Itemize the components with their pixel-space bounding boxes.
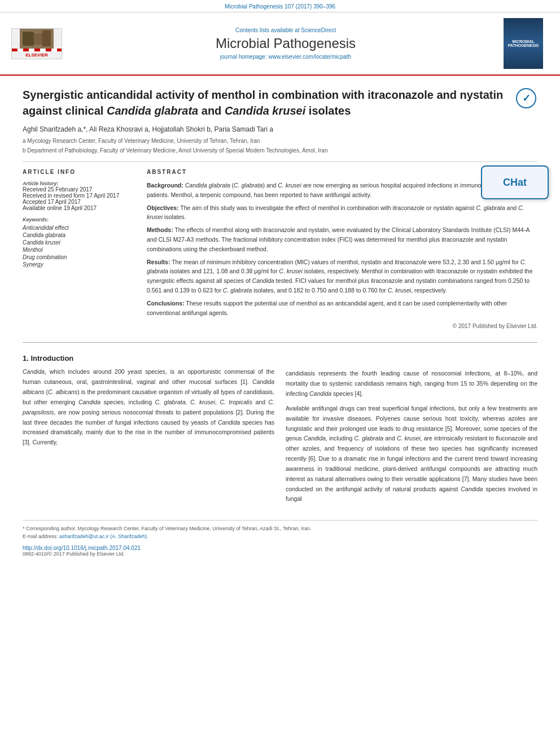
cover-title: MICROBIAL PATHOGENESIS [508,40,539,47]
journal-cover-image: MICROBIAL PATHOGENESIS [504,18,543,69]
keyword-1: Anticandidal effect [23,225,135,231]
revised-date: Received in revised form 17 April 2017 [23,193,135,199]
footnote-email: E-mail address: asharifzadeh@ut.ac.ir (A… [23,533,537,541]
keyword-4: Menthol [23,247,135,253]
intro-heading: 1. Introduction [23,354,274,362]
keywords-section: Keywords: Anticandidal effect Candida gl… [23,217,135,268]
abstract-text: Background: Candida glabrata (C. glabrat… [147,181,537,331]
issn-text: 0882-4010/© 2017 Published by Elsevier L… [23,551,537,557]
chat-label: CHat [503,177,527,189]
article-title: Synergistic anticandidal activity of men… [23,87,509,119]
sciencedirect-label[interactable]: Contents lists available at ScienceDirec… [68,27,504,33]
journal-homepage[interactable]: journal homepage: www.elsevier.com/locat… [68,54,504,60]
journal-cover: MICROBIAL PATHOGENESIS [504,18,549,69]
doi-section: http://dx.doi.org/10.1016/j.micpath.2017… [23,545,537,557]
keyword-5: Drug combination [23,254,135,260]
intro-left-text: Candida, which includes around 200 yeast… [23,367,274,448]
chat-overlay[interactable]: CHat [481,165,549,199]
keywords-label: Keywords: [23,217,135,222]
received-date: Received 25 February 2017 [23,186,135,193]
elsevier-logo: ELSEVIER [11,28,68,59]
keyword-6: Synergy [23,261,135,268]
intro-right-para-1: candidiasis represents the fourth leadin… [286,369,537,399]
intro-right-text: candidiasis represents the fourth leadin… [286,369,537,504]
intro-left: 1. Introduction Candida, which includes … [23,354,274,509]
abstract-results: Results: The mean of minimum inhibitory … [147,257,537,295]
keyword-3: Candida krusei [23,239,135,246]
affiliations: a Mycology Research Center, Faculty of V… [23,137,537,155]
two-column-section: ARTICLE INFO Article history: Received 2… [23,161,537,331]
abstract-conclusions: Conclusions: These results support the p… [147,299,537,318]
available-date: Available online 19 April 2017 [23,205,135,211]
affiliation-2: b Department of Pathobiology, Faculty of… [23,146,537,155]
elsevier-label: ELSEVIER [24,51,49,59]
abstract-section: ABSTRACT Background: Candida glabrata (C… [147,169,537,331]
history-label: Article history: [23,181,135,186]
doi-link[interactable]: http://dx.doi.org/10.1016/j.micpath.2017… [23,545,537,551]
footnote-section: * Corresponding author. Mycology Researc… [23,520,537,540]
introduction-section: 1. Introduction Candida, which includes … [23,354,537,509]
affiliation-1: a Mycology Research Center, Faculty of V… [23,137,537,145]
abstract-objectives: Objectives: The aim of this study was to… [147,203,537,222]
article-history: Article history: Received 25 February 20… [23,181,135,211]
journal-title: Microbial Pathogenesis [68,36,504,51]
email-label: E-mail address: [23,534,58,539]
intro-right-para-2: Available antifungal drugs can treat sup… [286,404,537,504]
article-info-heading: ARTICLE INFO [23,169,135,175]
copyright: © 2017 Published by Elsevier Ltd. [147,322,537,331]
email-value[interactable]: asharifzadeh@ut.ac.ir (A. Sharifzadeh). [59,534,148,539]
intro-right: candidiasis represents the fourth leadin… [286,354,537,509]
journal-header: ELSEVIER Contents lists available at Sci… [0,12,560,76]
journal-citation: Microbial Pathogenesis 107 (2017) 390–39… [0,0,560,12]
abstract-heading: ABSTRACT [147,169,537,175]
abstract-background: Background: Candida glabrata (C. glabrat… [147,181,537,200]
citation-text: Microbial Pathogenesis 107 (2017) 390–39… [225,3,335,10]
section-divider [23,342,537,343]
author-list: Aghil Sharifzadeh a,*, Ali Reza Khosravi… [23,125,273,133]
crossmark[interactable] [515,87,537,110]
article-main: Synergistic anticandidal activity of men… [0,76,560,568]
article-title-section: Synergistic anticandidal activity of men… [23,87,537,119]
journal-center: Contents lists available at ScienceDirec… [68,27,504,60]
accepted-date: Accepted 17 April 2017 [23,199,135,205]
article-info: ARTICLE INFO Article history: Received 2… [23,169,135,331]
footnote-corresponding: * Corresponding author. Mycology Researc… [23,525,537,533]
crossmark-icon[interactable] [516,88,536,108]
abstract-methods: Methods: The effects of menthol along wi… [147,225,537,254]
elsevier-image: ELSEVIER [11,28,62,59]
keyword-2: Candida glabrata [23,232,135,238]
authors: Aghil Sharifzadeh a,*, Ali Reza Khosravi… [23,125,537,133]
